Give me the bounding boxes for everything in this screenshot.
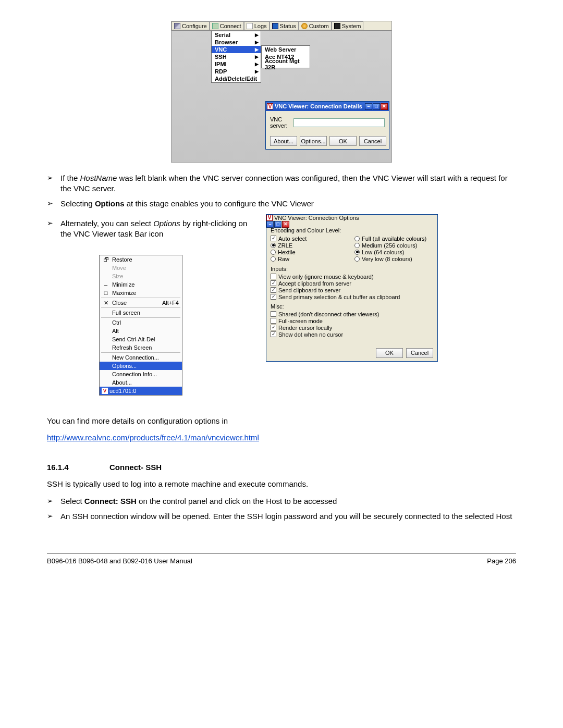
custom-icon (301, 23, 308, 29)
dialog-title: VNC Viewer: Connection Details (275, 103, 362, 109)
menu-item-vnc[interactable]: VNC▶ (212, 46, 261, 53)
menu-item-serial[interactable]: Serial▶ (212, 31, 261, 39)
toolbar-logs[interactable]: Logs (244, 21, 270, 30)
about-button[interactable]: About... (270, 136, 297, 146)
vnc-icon: V (266, 215, 273, 221)
minimize-button[interactable]: – (266, 221, 274, 228)
status-icon (272, 23, 278, 29)
cancel-button[interactable]: Cancel (359, 136, 386, 146)
vnc-server-label: VNC server: (270, 116, 290, 129)
ctx-item-size: Size (100, 272, 182, 280)
dialog-title: VNC Viewer: Connection Options (274, 215, 359, 221)
bullet-hostname: If the HostName was left blank when the … (47, 173, 516, 194)
radio-medium-colours-[interactable]: Medium (256 colours) (354, 242, 433, 249)
footer-manual: B096-016 B096-048 and B092-016 User Manu… (47, 557, 192, 565)
misc-label: Misc: (271, 303, 433, 310)
checkbox-render-cursor-locally[interactable]: ✓Render cursor locally (271, 325, 433, 331)
cancel-button[interactable]: Cancel (406, 348, 433, 358)
taskbar-item[interactable]: Vucd1701:0 (100, 387, 182, 395)
ctx-item-options-[interactable]: Options... (100, 362, 182, 370)
section-heading: 16.1.4Connect- SSH (47, 463, 516, 472)
checkbox-accept-clipboard-from-server[interactable]: ✓Accept clipboard from server (271, 280, 433, 287)
encoding-label: Encoding and Colour Level: (271, 227, 433, 233)
checkbox-view-only-ignore-mouse-keyboard-[interactable]: View only (ignore mouse & keyboard) (271, 274, 433, 280)
footer-page: Page 206 (487, 557, 516, 565)
options-button[interactable]: Options... (300, 136, 327, 146)
wrench-icon (174, 23, 180, 29)
ctx-item-ctrl[interactable]: Ctrl (100, 318, 182, 327)
system-icon (334, 23, 340, 29)
maximize-button[interactable]: □ (274, 221, 282, 228)
screenshot-connect-menu: Configure Connect Logs Status Custom Sys… (171, 21, 392, 163)
checkbox-shared-don-t-disconnect-other-viewers-[interactable]: Shared (don't disconnect other viewers) (271, 311, 433, 317)
screenshot-context-menu: 🗗RestoreMoveSize–Minimize□Maximize✕Close… (99, 255, 182, 396)
realvnc-link[interactable]: http://www.realvnc.com/products/free/4.1… (47, 433, 259, 442)
connect-dropdown: Serial▶Browser▶VNC▶SSH▶IPMI▶RDP▶Add/Dele… (211, 31, 261, 83)
maximize-button[interactable]: □ (373, 103, 380, 110)
ok-button[interactable]: OK (329, 136, 357, 146)
bullet-rightclick: Alternately, you can select Options by r… (47, 218, 255, 240)
ctx-item-maximize[interactable]: □Maximize (100, 289, 182, 297)
checkbox-send-primary-selection-cut-buffer-as-clipboard[interactable]: ✓Send primary selection & cut buffer as … (271, 294, 433, 300)
ctx-item-new-connection-[interactable]: New Connection... (100, 353, 182, 362)
radio-very-low-colours-[interactable]: Very low (8 colours) (354, 256, 433, 262)
checkbox-full-screen-mode[interactable]: Full-screen mode (271, 318, 433, 324)
toolbar: Configure Connect Logs Status Custom Sys… (172, 21, 391, 31)
ctx-item-restore[interactable]: 🗗Restore (100, 255, 182, 264)
ctx-item-full-screen[interactable]: Full screen (100, 309, 182, 317)
menu-item-add-delete-edit[interactable]: Add/Delete/Edit (212, 75, 261, 82)
radio-zrle[interactable]: ZRLE (271, 242, 349, 249)
ctx-item-alt[interactable]: Alt (100, 327, 182, 335)
close-button[interactable]: ✕ (282, 221, 289, 228)
checkbox-send-clipboard-to-server[interactable]: ✓Send clipboard to server (271, 287, 433, 293)
bullet-options: Selecting Options at this stage enables … (47, 199, 516, 209)
radio-full-all-available-colours-[interactable]: Full (all available colours) (354, 236, 433, 242)
ok-button[interactable]: OK (376, 348, 403, 358)
close-button[interactable]: ✕ (381, 103, 388, 110)
radio-low-colours-[interactable]: Low (64 colours) (354, 249, 433, 255)
toolbar-system[interactable]: System (332, 21, 364, 30)
inputs-label: Inputs: (271, 266, 433, 272)
ctx-item-about-[interactable]: About... (100, 378, 182, 387)
ctx-item-connection-info-[interactable]: Connection Info... (100, 370, 182, 378)
vnc-connection-dialog: VVNC Viewer: Connection Details – □ ✕ VN… (265, 101, 389, 150)
minimize-button[interactable]: – (365, 103, 372, 110)
checkbox-show-dot-when-no-cursor[interactable]: ✓Show dot when no cursor (271, 331, 433, 338)
toolbar-connect[interactable]: Connect (210, 21, 244, 30)
bullet-ssh-select: Select Connect: SSH on the control panel… (47, 496, 516, 507)
menu-item-ssh[interactable]: SSH▶ (212, 53, 261, 60)
bullet-ssh-window: An SSH connection window will be opened.… (47, 511, 516, 522)
radio-hextile[interactable]: Hextile (271, 249, 349, 255)
vnc-server-input[interactable] (293, 118, 385, 127)
toolbar-custom[interactable]: Custom (299, 21, 332, 30)
menu-item-ipmi[interactable]: IPMI▶ (212, 60, 261, 68)
vnc-icon: V (267, 103, 273, 109)
more-details-text: You can find more details on configurati… (47, 416, 516, 425)
logs-icon (247, 23, 253, 29)
vnc-submenu: Web ServerAcc NT412Account Mgt 32R (261, 45, 310, 68)
checkbox-auto-select[interactable]: ✓Auto select (271, 236, 349, 242)
ctx-item-move: Move (100, 264, 182, 272)
menu-item-rdp[interactable]: RDP▶ (212, 68, 261, 75)
toolbar-status[interactable]: Status (270, 21, 299, 30)
ctx-item-close[interactable]: ✕CloseAlt+F4 (100, 299, 182, 307)
ssh-intro: SSH is typically used to log into a remo… (47, 479, 516, 488)
submenu-item[interactable]: Web Server (262, 46, 310, 53)
ctx-item-minimize[interactable]: –Minimize (100, 280, 182, 289)
submenu-item[interactable]: Account Mgt 32R (262, 60, 310, 68)
ctx-item-send-ctrl-alt-del[interactable]: Send Ctrl-Alt-Del (100, 335, 182, 343)
connect-icon (212, 23, 218, 29)
menu-item-browser[interactable]: Browser▶ (212, 39, 261, 46)
ctx-item-refresh-screen[interactable]: Refresh Screen (100, 343, 182, 352)
radio-raw[interactable]: Raw (271, 256, 349, 262)
screenshot-connection-options: VVNC Viewer: Connection Options – □ ✕ En… (266, 214, 438, 362)
toolbar-configure[interactable]: Configure (172, 21, 210, 30)
